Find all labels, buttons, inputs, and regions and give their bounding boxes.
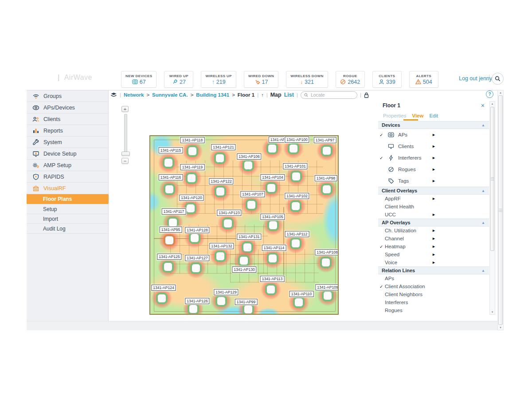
zoom-in-button[interactable]: + [121, 106, 129, 112]
panel-row-interferers[interactable]: ✓ Interferers ► [378, 152, 489, 164]
up-level-icon[interactable]: ↑ [261, 92, 264, 98]
ap-label[interactable]: 1341-AP130 [232, 266, 256, 273]
stat-wireless-up[interactable]: WIRELESS UP ↑219 [201, 71, 236, 88]
ap-label[interactable]: 1341-AP125 [157, 254, 181, 260]
lock-icon[interactable] [364, 92, 369, 98]
expand-icon[interactable]: ► [432, 244, 436, 249]
sidebar-item-aps-devices[interactable]: APs/Devices [27, 102, 108, 113]
breadcrumb-link-building[interactable]: Building 1341 [196, 92, 229, 98]
ap-marker[interactable] [168, 218, 177, 227]
zoom-slider-track[interactable] [124, 114, 127, 156]
expand-icon[interactable]: ► [432, 133, 436, 137]
ap-marker[interactable] [190, 234, 199, 243]
ap-marker[interactable] [165, 236, 174, 245]
ap-marker[interactable] [215, 154, 224, 163]
ap-label[interactable]: 1341-AP104 [260, 174, 285, 180]
ap-label[interactable]: 1341-AP115 [159, 147, 183, 153]
ap-marker[interactable] [247, 200, 256, 209]
ap-marker[interactable] [294, 298, 303, 307]
panel-row[interactable]: ✓ AppRF ► [378, 195, 489, 203]
section-relation-lines[interactable]: Relation Lines ▲ [378, 266, 489, 274]
scroll-down-icon[interactable]: ▾ [490, 310, 495, 314]
scroll-down-icon[interactable]: ▾ [498, 326, 503, 329]
ap-marker[interactable] [187, 174, 196, 183]
panel-row[interactable]: ✓ Client Association ► [378, 282, 489, 290]
ap-label[interactable]: 1341-AP123 [217, 210, 241, 216]
expand-icon[interactable]: ► [432, 167, 436, 172]
ap-label[interactable]: 1341-AP97 [314, 137, 336, 143]
expand-icon[interactable]: ► [432, 252, 436, 257]
stat-wired-up[interactable]: WIRED UP 27 [164, 71, 193, 88]
ap-label[interactable]: 1341-AP108 [315, 249, 339, 255]
ap-marker[interactable] [164, 158, 173, 167]
section-ap-overlays[interactable]: AP Overlays ▲ [378, 219, 489, 227]
panel-row[interactable]: ✓ APs ► [378, 274, 489, 282]
ap-marker[interactable] [164, 262, 172, 271]
ap-marker[interactable] [244, 161, 253, 170]
ap-label[interactable]: 1341-AP122 [209, 178, 233, 184]
ap-marker[interactable] [322, 146, 331, 155]
ap-marker[interactable] [322, 185, 331, 194]
ap-marker[interactable] [192, 264, 200, 273]
ap-label[interactable]: 1341-AP95 [160, 227, 182, 233]
panel-row-clients[interactable]: ✓ Clients ► [378, 141, 489, 152]
panel-row-aps[interactable]: ✓ APs ► [378, 129, 489, 141]
panel-row[interactable]: ✓ Client Health ► [378, 203, 489, 211]
sidebar-subitem-setup[interactable]: Setup [27, 204, 108, 214]
ap-label[interactable]: 1341-AP124 [151, 285, 176, 291]
ap-label[interactable]: 1341-AP106 [237, 153, 261, 160]
panel-row[interactable]: ✓ Voice ► [378, 258, 489, 266]
locate-input[interactable] [310, 92, 350, 98]
expand-icon[interactable]: ► [432, 156, 436, 160]
breadcrumb-link-campus[interactable]: Sunnyvale CA. [152, 92, 188, 98]
ap-label[interactable]: 1341-AP105 [260, 214, 285, 220]
panel-row-rogues[interactable]: ✓ Rogues ► [378, 164, 489, 175]
ap-label[interactable]: 1341-AP102 [285, 193, 309, 199]
ap-marker[interactable] [291, 202, 300, 211]
ap-label[interactable]: 1341-AP132 [209, 243, 234, 249]
ap-label[interactable]: 1341-AP99 [235, 299, 258, 305]
expand-icon[interactable]: ► [432, 196, 436, 201]
zoom-slider-handle[interactable] [121, 152, 130, 156]
zoom-out-button[interactable]: − [121, 158, 129, 164]
panel-row[interactable]: ✓ Client Neighbors ► [378, 290, 489, 298]
ap-marker[interactable] [267, 184, 276, 192]
stat-wireless-down[interactable]: WIRELESS DOWN ↓321 [286, 71, 328, 88]
sidebar-subitem-floor-plans[interactable]: Floor Plans [27, 194, 108, 204]
collapse-icon[interactable]: ▲ [481, 269, 485, 273]
close-icon[interactable]: × [481, 103, 485, 108]
ap-marker[interactable] [157, 294, 166, 303]
ap-label[interactable]: 1341-AP110 [289, 291, 314, 297]
help-icon[interactable]: ? [486, 90, 493, 98]
floorplan-map[interactable]: 1341-AP118 1341-AP115 1341-AP121 [149, 135, 339, 315]
expand-icon[interactable]: ► [432, 212, 436, 217]
sidebar-item-device-setup[interactable]: Device Setup [27, 148, 108, 160]
panel-row[interactable]: ✓ Ch. Utilization ► [378, 227, 489, 235]
sidebar-item-reports[interactable]: Reports [27, 125, 108, 137]
layers-icon[interactable] [110, 92, 117, 98]
stat-alerts[interactable]: ALERTS 504 [409, 71, 438, 88]
expand-icon[interactable]: ► [432, 179, 436, 183]
sidebar-subitem-import[interactable]: Import [27, 214, 108, 224]
panel-scrollbar[interactable]: ▴ ▾ [489, 101, 495, 315]
ap-label[interactable]: 1341-AP131 [237, 234, 261, 240]
section-devices[interactable]: Devices ▲ [378, 121, 489, 129]
ap-marker[interactable] [223, 219, 232, 228]
expand-icon[interactable]: ► [432, 228, 436, 233]
panel-row[interactable]: ✓ Channel ► [378, 235, 489, 243]
sidebar-item-groups[interactable]: Groups [27, 90, 108, 102]
collapse-icon[interactable]: ▲ [481, 123, 485, 127]
ap-label[interactable]: 1341-AP98 [315, 175, 337, 181]
ap-marker[interactable] [323, 291, 332, 300]
ap-label[interactable]: 1341-AP113 [260, 276, 285, 282]
tab-list[interactable]: List [284, 92, 294, 98]
ap-marker[interactable] [216, 252, 225, 261]
ap-marker[interactable] [216, 187, 225, 196]
ap-label[interactable]: 1341-AP126 [185, 298, 209, 304]
scroll-up-icon[interactable]: ▴ [490, 102, 495, 106]
page-scrollbar[interactable]: ▴ ▾ [497, 90, 504, 330]
ap-label[interactable]: 1341-AP128 [185, 227, 209, 233]
ap-label[interactable]: 1341-AP120 [179, 195, 203, 201]
ap-label[interactable]: 1341-AP107 [240, 191, 265, 197]
ap-label[interactable]: 1341-AP100 [285, 137, 309, 143]
